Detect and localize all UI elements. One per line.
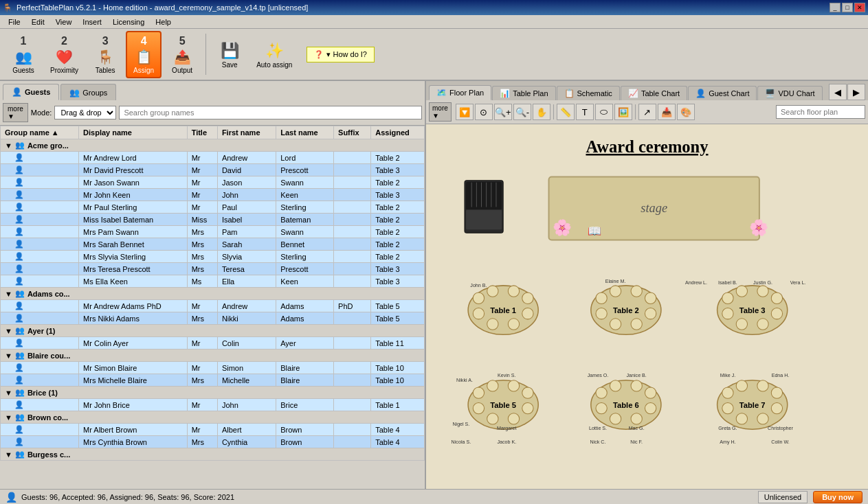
close-button[interactable]: ✕ bbox=[854, 3, 865, 12]
svg-text:Lottie S.: Lottie S. bbox=[589, 426, 607, 431]
group-row[interactable]: ▼ 👥 Blaire cou... bbox=[1, 350, 425, 362]
list-item[interactable]: 👤 Mr John Brice Mr John Brice Table 1 bbox=[1, 399, 425, 411]
group-row[interactable]: ▼ 👥 Acme gro... bbox=[1, 139, 425, 152]
mode-select[interactable]: Drag & drop bbox=[54, 106, 116, 119]
tab-vdu-chart[interactable]: 🖥️ VDU Chart bbox=[757, 86, 822, 100]
svg-text:Mike J.: Mike J. bbox=[720, 373, 736, 378]
menu-help[interactable]: Help bbox=[150, 16, 177, 27]
group-row[interactable]: ▼ 👥 Ayer (1) bbox=[1, 325, 425, 337]
guest-table-container[interactable]: Group name ▲ Display name Title First na… bbox=[0, 126, 425, 489]
tab-guest-chart[interactable]: 👤 Guest Chart bbox=[688, 86, 757, 100]
tab-schematic[interactable]: 📋 Schematic bbox=[557, 86, 620, 100]
menu-view[interactable]: View bbox=[50, 16, 78, 27]
list-item[interactable]: 👤 Mrs Teresa Prescott Mrs Teresa Prescot… bbox=[1, 263, 425, 275]
svg-point-39 bbox=[771, 293, 782, 303]
svg-text:Vera L.: Vera L. bbox=[790, 280, 806, 286]
group-row[interactable]: ▼ 👥 Brown co... bbox=[1, 411, 425, 424]
floor-plan-canvas[interactable]: Award ceremony stag bbox=[426, 124, 868, 489]
fp-photo-button[interactable]: 🖼️ bbox=[614, 104, 632, 120]
fp-text-button[interactable]: T bbox=[576, 104, 594, 120]
right-panel: 🗺️ Floor Plan 📊 Table Plan 📋 Schematic 📈… bbox=[426, 81, 868, 489]
list-item[interactable]: 👤 Mr Paul Sterling Mr Paul Sterling Tabl… bbox=[1, 201, 425, 214]
fp-zoom-in-button[interactable]: 🔍+ bbox=[494, 104, 512, 120]
col-display-name[interactable]: Display name bbox=[79, 126, 188, 139]
list-item[interactable]: 👤 Mr Andrew Lord Mr Andrew Lord Table 2 bbox=[1, 152, 425, 164]
list-item[interactable]: 👤 Mr Simon Blaire Mr Simon Blaire Table … bbox=[1, 362, 425, 374]
fp-zoom-fit-button[interactable]: ⊙ bbox=[475, 104, 493, 120]
svg-point-23 bbox=[473, 308, 484, 319]
expand-icon[interactable]: ▼ bbox=[5, 450, 12, 459]
buy-now-button[interactable]: Buy now bbox=[813, 491, 863, 503]
list-item[interactable]: 👤 Mr Jason Swann Mr Jason Swann Table 2 bbox=[1, 176, 425, 189]
minimize-button[interactable]: _ bbox=[830, 3, 841, 12]
next-page-button[interactable]: ▶ bbox=[847, 84, 865, 100]
list-item[interactable]: 👤 Mrs Pam Swann Mrs Pam Swann Table 2 bbox=[1, 226, 425, 238]
svg-point-53 bbox=[487, 380, 498, 391]
expand-icon[interactable]: ▼ bbox=[5, 389, 12, 397]
svg-point-28 bbox=[631, 286, 642, 297]
svg-point-65 bbox=[645, 387, 656, 398]
list-item[interactable]: 👤 Mr Andrew Adams PhD Mr Andrew Adams Ph… bbox=[1, 300, 425, 312]
list-item[interactable]: 👤 Miss Isabel Bateman Miss Isabel Batema… bbox=[1, 214, 425, 226]
fp-zoom-out-button[interactable]: 🔍- bbox=[513, 104, 531, 120]
expand-icon[interactable]: ▼ bbox=[5, 413, 12, 422]
expand-icon[interactable]: ▼ bbox=[5, 327, 12, 335]
step-output[interactable]: 5 📤 Output bbox=[164, 32, 200, 78]
list-item[interactable]: 👤 Ms Ella Keen Ms Ella Keen Table 3 bbox=[1, 275, 425, 288]
fp-arrow-button[interactable]: ↗ bbox=[638, 104, 656, 120]
list-item[interactable]: 👤 Mr Albert Brown Mr Albert Brown Table … bbox=[1, 424, 425, 436]
col-suffix[interactable]: Suffix bbox=[334, 126, 371, 139]
search-input[interactable] bbox=[119, 106, 422, 119]
expand-icon[interactable]: ▼ bbox=[5, 290, 12, 298]
list-item[interactable]: 👤 Mrs Cynthia Brown Mrs Cynthia Brown Ta… bbox=[1, 436, 425, 448]
fp-shape-button[interactable]: ⬭ bbox=[595, 104, 613, 120]
svg-rect-8 bbox=[466, 210, 502, 230]
list-item[interactable]: 👤 Mrs Michelle Blaire Mrs Michelle Blair… bbox=[1, 374, 425, 387]
list-item[interactable]: 👤 Mrs Nikki Adams Mrs Nikki Adams Table … bbox=[1, 312, 425, 325]
fp-filter-button[interactable]: 🔽 bbox=[456, 104, 474, 120]
group-row[interactable]: ▼ 👥 Brice (1) bbox=[1, 387, 425, 399]
fp-ruler-button[interactable]: 📏 bbox=[557, 104, 575, 120]
col-last-name[interactable]: Last name bbox=[276, 126, 334, 139]
list-item[interactable]: 👤 Mr John Keen Mr John Keen Table 3 bbox=[1, 189, 425, 201]
tab-table-plan[interactable]: 📊 Table Plan bbox=[492, 86, 555, 100]
tab-table-chart[interactable]: 📈 Table Chart bbox=[621, 86, 687, 100]
tab-floor-plan[interactable]: 🗺️ Floor Plan bbox=[429, 85, 491, 100]
tab-groups[interactable]: 👥 Groups bbox=[60, 84, 116, 100]
fp-more-button[interactable]: more▼ bbox=[429, 102, 452, 122]
expand-icon[interactable]: ▼ bbox=[5, 141, 12, 150]
group-row[interactable]: ▼ 👥 Burgess c... bbox=[1, 448, 425, 461]
save-button[interactable]: 💾 Save bbox=[212, 37, 247, 72]
titlebar-controls[interactable]: _ □ ✕ bbox=[830, 3, 865, 12]
step-guests[interactable]: 1 👥 Guests bbox=[5, 32, 41, 78]
maximize-button[interactable]: □ bbox=[842, 3, 853, 12]
svg-point-30 bbox=[645, 308, 656, 319]
step-assign[interactable]: 4 📋 Assign bbox=[126, 31, 162, 78]
col-group-name[interactable]: Group name ▲ bbox=[1, 126, 79, 139]
list-item[interactable]: 👤 Mr Colin Ayer Mr Colin Ayer Table 11 bbox=[1, 337, 425, 350]
svg-point-31 bbox=[631, 319, 642, 330]
list-item[interactable]: 👤 Mrs Sarah Bennet Mrs Sarah Bennet Tabl… bbox=[1, 238, 425, 251]
expand-icon[interactable]: ▼ bbox=[5, 352, 12, 360]
how-do-i-button[interactable]: ❓ ▾ How do I? bbox=[307, 47, 375, 62]
col-assigned[interactable]: Assigned bbox=[371, 126, 425, 139]
menu-file[interactable]: File bbox=[3, 16, 26, 27]
step-proximity[interactable]: 2 ❤️ Proximity bbox=[44, 32, 85, 78]
group-row[interactable]: ▼ 👥 Adams co... bbox=[1, 288, 425, 300]
fp-search-input[interactable] bbox=[776, 105, 865, 119]
fp-import-button[interactable]: 📥 bbox=[658, 104, 676, 120]
list-item[interactable]: 👤 Mrs Slyvia Sterling Mrs Slyvia Sterlin… bbox=[1, 251, 425, 263]
menu-edit[interactable]: Edit bbox=[26, 16, 50, 27]
list-item[interactable]: 👤 Mr David Prescott Mr David Prescott Ta… bbox=[1, 164, 425, 176]
tab-guests[interactable]: 👤 Guests bbox=[3, 84, 59, 100]
auto-assign-button[interactable]: ✨ Auto assign bbox=[250, 37, 298, 72]
fp-color-button[interactable]: 🎨 bbox=[677, 104, 695, 120]
prev-page-button[interactable]: ◀ bbox=[829, 84, 847, 100]
col-first-name[interactable]: First name bbox=[217, 126, 276, 139]
fp-pan-button[interactable]: ✋ bbox=[533, 104, 550, 120]
col-title[interactable]: Title bbox=[187, 126, 217, 139]
step-tables[interactable]: 3 🪑 Tables bbox=[87, 32, 123, 78]
more-button[interactable]: more▼ bbox=[3, 103, 28, 122]
menu-licensing[interactable]: Licensing bbox=[107, 16, 150, 27]
menu-insert[interactable]: Insert bbox=[77, 16, 107, 27]
